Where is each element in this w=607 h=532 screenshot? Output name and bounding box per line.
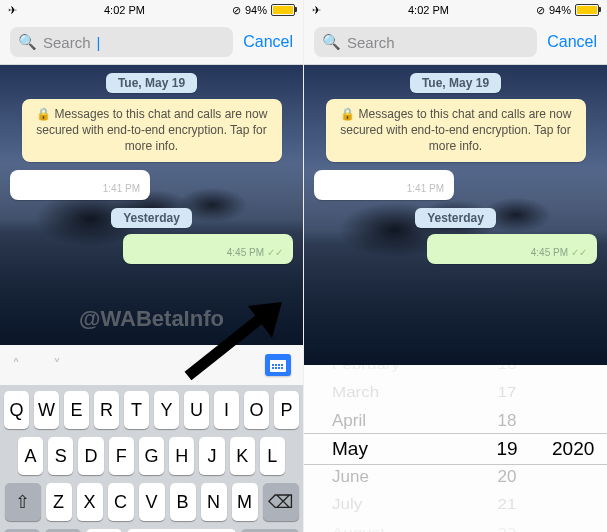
picker-day[interactable]: 17 xyxy=(498,381,517,405)
picker-month[interactable]: August xyxy=(332,523,385,532)
picker-month[interactable]: March xyxy=(332,381,379,405)
search-placeholder: Search xyxy=(43,34,91,51)
chat-area[interactable]: Tue, May 19 🔒Messages to this chat and c… xyxy=(0,65,303,345)
svg-rect-5 xyxy=(281,364,283,366)
airplane-icon: ✈ xyxy=(312,4,321,17)
search-icon: 🔍 xyxy=(322,33,341,51)
svg-rect-9 xyxy=(281,367,283,369)
picker-month[interactable]: June xyxy=(332,463,369,491)
picker-day[interactable]: 21 xyxy=(498,493,517,517)
picker-day[interactable]: 18 xyxy=(498,407,517,435)
read-ticks-icon: ✓✓ xyxy=(571,247,587,258)
key-L[interactable]: L xyxy=(260,437,285,475)
key-⇧[interactable]: ⇧ xyxy=(5,483,41,521)
chat-area[interactable]: Tue, May 19 🔒Messages to this chat and c… xyxy=(304,65,607,365)
cancel-button[interactable]: Cancel xyxy=(547,33,597,51)
incoming-message[interactable]: 1:41 PM xyxy=(10,170,150,200)
key-D[interactable]: D xyxy=(78,437,103,475)
read-ticks-icon: ✓✓ xyxy=(267,247,283,258)
svg-rect-1 xyxy=(270,360,286,363)
search-bar: 🔍 Search Cancel xyxy=(304,20,607,65)
date-chip-yesterday: Yesterday xyxy=(111,208,192,228)
key-O[interactable]: O xyxy=(244,391,269,429)
key-U[interactable]: U xyxy=(184,391,209,429)
svg-rect-7 xyxy=(275,367,277,369)
picker-year[interactable]: 2020 xyxy=(552,435,594,463)
calendar-button[interactable] xyxy=(265,354,291,376)
status-bar: ✈ 4:02 PM ⊘ 94% xyxy=(0,0,303,20)
svg-rect-8 xyxy=(278,367,280,369)
search-input[interactable]: 🔍 Search xyxy=(314,27,537,57)
incoming-message[interactable]: 1:41 PM xyxy=(314,170,454,200)
lock-icon: 🔒 xyxy=(36,107,51,121)
key-A[interactable]: A xyxy=(18,437,43,475)
search-placeholder: Search xyxy=(347,34,395,51)
svg-rect-4 xyxy=(278,364,280,366)
picker-month[interactable]: April xyxy=(332,407,366,435)
key-R[interactable]: R xyxy=(94,391,119,429)
key-V[interactable]: V xyxy=(139,483,165,521)
lock-icon: 🔒 xyxy=(340,107,355,121)
status-time: 4:02 PM xyxy=(408,4,449,16)
encryption-notice[interactable]: 🔒Messages to this chat and calls are now… xyxy=(326,99,586,162)
key-F[interactable]: F xyxy=(109,437,134,475)
search-input[interactable]: 🔍 Search | xyxy=(10,27,233,57)
key-K[interactable]: K xyxy=(230,437,255,475)
key-J[interactable]: J xyxy=(199,437,224,475)
picker-month[interactable]: May xyxy=(332,435,368,463)
outgoing-message[interactable]: 4:45 PM✓✓ xyxy=(427,234,597,264)
rotation-lock-icon: ⊘ xyxy=(536,4,545,17)
key-M[interactable]: M xyxy=(232,483,258,521)
cancel-button[interactable]: Cancel xyxy=(243,33,293,51)
picker-month[interactable]: July xyxy=(332,493,362,517)
key-B[interactable]: B xyxy=(170,483,196,521)
svg-rect-6 xyxy=(272,367,274,369)
key-X[interactable]: X xyxy=(77,483,103,521)
date-picker[interactable]: FebruaryMarchAprilMayJuneJulyAugust 1617… xyxy=(304,365,607,532)
airplane-icon: ✈ xyxy=(8,4,17,17)
key-C[interactable]: C xyxy=(108,483,134,521)
key-Z[interactable]: Z xyxy=(46,483,72,521)
status-bar: ✈ 4:02 PM ⊘ 94% xyxy=(304,0,607,20)
key-W[interactable]: W xyxy=(34,391,59,429)
svg-rect-3 xyxy=(275,364,277,366)
picker-day[interactable]: 20 xyxy=(498,463,517,491)
picker-day[interactable]: 16 xyxy=(498,365,517,375)
keyboard[interactable]: QWERTYUIOP ASDFGHJKL ⇧ZXCVBNM⌫ 123 🌐 🎤 s… xyxy=(0,385,303,532)
date-chip-yesterday: Yesterday xyxy=(415,208,496,228)
key-I[interactable]: I xyxy=(214,391,239,429)
key-H[interactable]: H xyxy=(169,437,194,475)
key-P[interactable]: P xyxy=(274,391,299,429)
search-bar: 🔍 Search | Cancel xyxy=(0,20,303,65)
svg-rect-2 xyxy=(272,364,274,366)
key-N[interactable]: N xyxy=(201,483,227,521)
keyboard-accessory: ˄ ˅ xyxy=(0,345,303,385)
outgoing-message[interactable]: 4:45 PM✓✓ xyxy=(123,234,293,264)
picker-day[interactable]: 19 xyxy=(496,435,517,463)
picker-month[interactable]: February xyxy=(332,365,400,375)
screenshot-right: ✈ 4:02 PM ⊘ 94% 🔍 Search Cancel Tue, May… xyxy=(303,0,607,532)
key-T[interactable]: T xyxy=(124,391,149,429)
date-chip: Tue, May 19 xyxy=(410,73,501,93)
key-Q[interactable]: Q xyxy=(4,391,29,429)
date-chip: Tue, May 19 xyxy=(106,73,197,93)
key-G[interactable]: G xyxy=(139,437,164,475)
screenshot-left: ✈ 4:02 PM ⊘ 94% 🔍 Search | Cancel Tue, M… xyxy=(0,0,303,532)
key-⌫[interactable]: ⌫ xyxy=(263,483,299,521)
rotation-lock-icon: ⊘ xyxy=(232,4,241,17)
battery-pct: 94% xyxy=(245,4,267,16)
chevron-nav[interactable]: ˄ ˅ xyxy=(12,356,69,375)
encryption-notice[interactable]: 🔒Messages to this chat and calls are now… xyxy=(22,99,282,162)
key-Y[interactable]: Y xyxy=(154,391,179,429)
key-S[interactable]: S xyxy=(48,437,73,475)
picker-day[interactable]: 22 xyxy=(498,523,517,532)
search-icon: 🔍 xyxy=(18,33,37,51)
battery-icon xyxy=(271,4,295,16)
key-E[interactable]: E xyxy=(64,391,89,429)
battery-icon xyxy=(575,4,599,16)
status-time: 4:02 PM xyxy=(104,4,145,16)
battery-pct: 94% xyxy=(549,4,571,16)
